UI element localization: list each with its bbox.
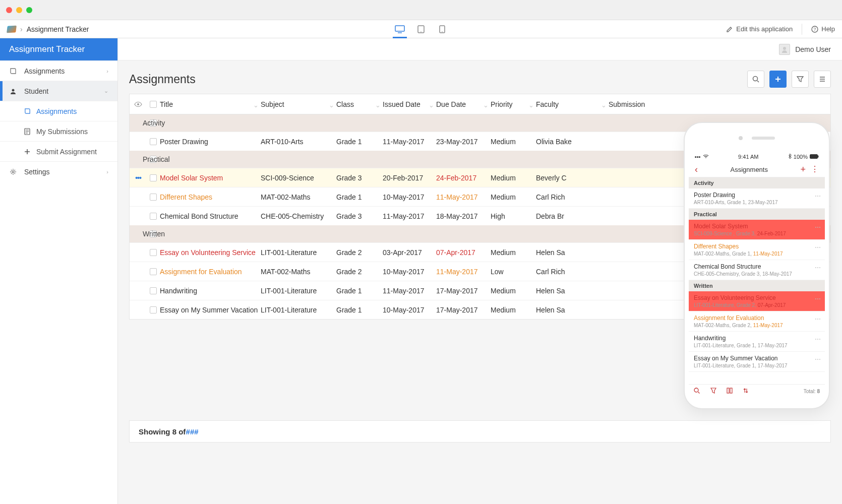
phone-add-button[interactable]: + [800, 164, 806, 175]
phone-header: ‹ Assignments + ⋮ [689, 162, 825, 177]
col-submission[interactable]: Submission [609, 100, 694, 108]
col-title[interactable]: Title [160, 100, 261, 108]
svg-rect-16 [727, 388, 729, 393]
row-checkbox[interactable] [150, 306, 157, 313]
svg-rect-13 [810, 155, 817, 159]
help-link[interactable]: ? Help [811, 25, 835, 33]
battery-icon [810, 154, 819, 160]
pager-text: Showing 8 of [139, 427, 186, 436]
phone-item-more-icon[interactable]: ⋯ [815, 193, 821, 200]
sidebar-brand: Assignment Tracker [0, 38, 117, 60]
app-logo-icon [7, 25, 17, 33]
col-class[interactable]: Class [336, 100, 383, 108]
col-subject[interactable]: Subject [261, 100, 336, 108]
sidebar-sub-submit-assignment[interactable]: Submit Assignment [0, 141, 117, 161]
phone-battery-pct: 100% [794, 154, 808, 160]
filter-icon [797, 76, 804, 83]
sidebar-item-label: Assignments [24, 67, 65, 75]
more-button[interactable] [814, 71, 831, 88]
phone-search-icon[interactable] [694, 388, 700, 396]
divider [802, 24, 802, 35]
row-checkbox[interactable] [150, 268, 157, 275]
user-name[interactable]: Demo User [795, 45, 831, 53]
eye-icon [134, 101, 142, 107]
desktop-view-icon[interactable] [395, 25, 405, 33]
sidebar-item-settings[interactable]: Settings › [0, 161, 117, 181]
add-button[interactable] [769, 71, 787, 88]
phone-item-more-icon[interactable]: ⋯ [815, 316, 821, 323]
phone-group-header: Activity [689, 177, 825, 188]
sidebar-item-label: Settings [24, 168, 50, 176]
sidebar-item-label: My Submissions [36, 128, 88, 136]
col-due[interactable]: Due Date [436, 100, 491, 108]
phone-speaker [739, 134, 775, 142]
phone-item-more-icon[interactable]: ⋯ [815, 295, 821, 302]
help-label: Help [821, 25, 835, 33]
phone-page-title: Assignments [698, 166, 800, 173]
chevron-down-icon: ⌄ [104, 88, 108, 94]
phone-group-header: Practical [689, 209, 825, 220]
phone-footer: Total: 8 [689, 384, 825, 398]
breadcrumb-app[interactable]: Assignment Tracker [27, 25, 89, 33]
edit-app-link[interactable]: Edit this application [726, 25, 793, 33]
avatar[interactable] [779, 44, 790, 55]
col-issued[interactable]: Issued Date [383, 100, 436, 108]
chevron-right-icon: › [106, 68, 108, 74]
minimize-window-icon[interactable] [16, 7, 22, 13]
chevron-right-icon: › [106, 169, 108, 175]
phone-list-item[interactable]: Assignment for EvaluationMAT-002-Maths, … [689, 311, 825, 332]
help-icon: ? [811, 26, 818, 33]
signal-icon: ▪▪▪ [695, 154, 701, 160]
eye-column[interactable] [130, 101, 147, 107]
phone-filter-icon[interactable] [710, 388, 716, 395]
phone-status-bar: ▪▪▪ 9:41 AM 100% [689, 152, 825, 161]
row-checkbox[interactable] [150, 249, 157, 256]
phone-list-item[interactable]: Different ShapesMAT-002-Maths, Grade 1, … [689, 240, 825, 260]
mobile-view-icon[interactable] [437, 25, 447, 33]
phone-sort-icon[interactable] [743, 388, 749, 395]
row-checkbox[interactable] [150, 194, 157, 201]
sidebar-sub-my-submissions[interactable]: My Submissions [0, 121, 117, 141]
svg-point-9 [12, 171, 14, 173]
sidebar-sub-assignments[interactable]: Assignments [0, 101, 117, 121]
svg-rect-17 [730, 388, 732, 393]
phone-list-item[interactable]: Model Solar SystemSCI-009-Science , Grad… [689, 220, 825, 240]
close-window-icon[interactable] [6, 7, 12, 13]
phone-list-item[interactable]: Poster DrawingART-010-Arts, Grade 1, 23-… [689, 188, 825, 209]
sidebar-item-student[interactable]: Student ⌄ [0, 81, 117, 101]
search-button[interactable] [747, 71, 764, 88]
phone-list-item[interactable]: Essay on Volunteering ServiceLIT-001-Lit… [689, 291, 825, 311]
phone-item-more-icon[interactable]: ⋯ [815, 264, 821, 271]
phone-total: Total: 8 [804, 389, 820, 394]
svg-point-4 [442, 31, 443, 32]
book-icon [9, 68, 17, 75]
menu-icon [819, 76, 826, 83]
row-menu-icon[interactable]: ••• [135, 174, 141, 182]
svg-point-11 [753, 76, 757, 81]
phone-item-more-icon[interactable]: ⋯ [815, 244, 821, 251]
phone-more-button[interactable]: ⋮ [811, 164, 819, 175]
maximize-window-icon[interactable] [26, 7, 32, 13]
svg-text:?: ? [814, 27, 816, 32]
sidebar: Assignment Tracker Assignments › Student… [0, 38, 118, 504]
phone-list-item[interactable]: Chemical Bond StructureCHE-005-Chemistry… [689, 260, 825, 280]
phone-item-more-icon[interactable]: ⋯ [815, 224, 821, 231]
row-checkbox[interactable] [150, 213, 157, 220]
select-all[interactable] [147, 101, 160, 108]
row-checkbox[interactable] [150, 174, 157, 181]
row-checkbox[interactable] [150, 138, 157, 145]
phone-item-more-icon[interactable]: ⋯ [815, 356, 821, 363]
edit-app-label: Edit this application [736, 25, 793, 33]
sidebar-item-assignments[interactable]: Assignments › [0, 60, 117, 81]
phone-list-item[interactable]: Essay on My Summer VacationLIT-001-Liter… [689, 352, 825, 372]
svg-rect-14 [818, 156, 819, 158]
phone-columns-icon[interactable] [727, 388, 733, 395]
row-checkbox[interactable] [150, 287, 157, 294]
col-priority[interactable]: Priority [491, 100, 536, 108]
phone-list-item[interactable]: HandwritingLIT-001-Literature, Grade 1, … [689, 332, 825, 352]
tablet-view-icon[interactable] [416, 25, 426, 33]
wifi-icon [703, 154, 709, 160]
phone-item-more-icon[interactable]: ⋯ [815, 336, 821, 343]
filter-button[interactable] [792, 71, 809, 88]
col-faculty[interactable]: Faculty [536, 100, 609, 108]
